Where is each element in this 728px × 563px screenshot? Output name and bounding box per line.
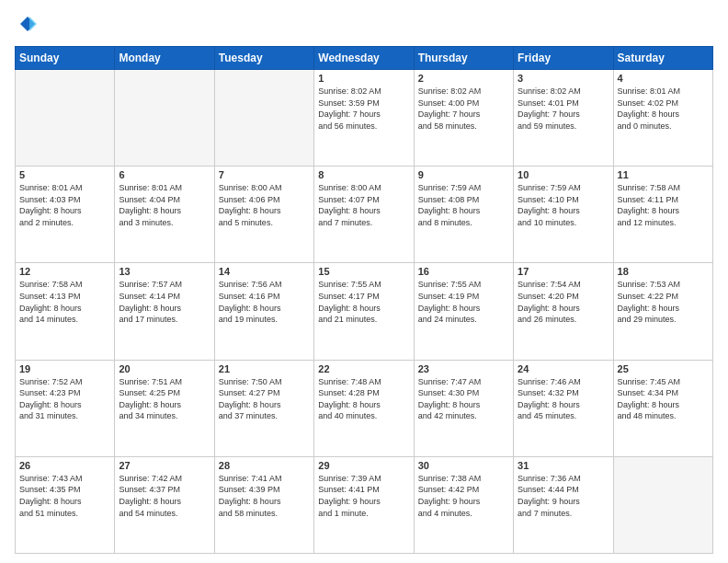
weekday-header: Sunday <box>16 47 115 70</box>
calendar-cell: 14Sunrise: 7:56 AM Sunset: 4:16 PM Dayli… <box>214 263 313 360</box>
day-info: Sunrise: 8:02 AM Sunset: 4:01 PM Dayligh… <box>518 86 609 132</box>
calendar-cell: 3Sunrise: 8:02 AM Sunset: 4:01 PM Daylig… <box>514 70 613 167</box>
day-info: Sunrise: 8:01 AM Sunset: 4:02 PM Dayligh… <box>618 86 709 132</box>
calendar-cell <box>214 70 313 167</box>
calendar-cell: 29Sunrise: 7:39 AM Sunset: 4:41 PM Dayli… <box>314 456 414 553</box>
day-info: Sunrise: 7:53 AM Sunset: 4:22 PM Dayligh… <box>618 279 709 325</box>
day-number: 11 <box>618 169 709 180</box>
calendar-cell: 9Sunrise: 7:59 AM Sunset: 4:08 PM Daylig… <box>414 167 513 263</box>
logo-icon <box>17 15 37 35</box>
calendar-week-row: 26Sunrise: 7:43 AM Sunset: 4:35 PM Dayli… <box>16 456 713 553</box>
day-number: 27 <box>119 460 210 471</box>
day-number: 10 <box>518 169 609 180</box>
calendar-cell: 10Sunrise: 7:59 AM Sunset: 4:10 PM Dayli… <box>514 167 613 263</box>
day-info: Sunrise: 7:55 AM Sunset: 4:19 PM Dayligh… <box>418 279 509 325</box>
day-info: Sunrise: 8:00 AM Sunset: 4:07 PM Dayligh… <box>318 182 409 228</box>
day-info: Sunrise: 7:54 AM Sunset: 4:20 PM Dayligh… <box>518 279 609 325</box>
calendar-week-row: 12Sunrise: 7:58 AM Sunset: 4:13 PM Dayli… <box>16 263 713 360</box>
day-number: 19 <box>19 363 110 374</box>
day-number: 4 <box>618 73 709 84</box>
header <box>15 13 713 39</box>
calendar-cell: 28Sunrise: 7:41 AM Sunset: 4:39 PM Dayli… <box>214 456 313 553</box>
calendar-cell: 18Sunrise: 7:53 AM Sunset: 4:22 PM Dayli… <box>613 263 712 360</box>
day-number: 17 <box>518 266 609 277</box>
day-number: 7 <box>219 169 310 180</box>
day-info: Sunrise: 7:48 AM Sunset: 4:28 PM Dayligh… <box>318 376 409 422</box>
calendar-cell: 13Sunrise: 7:57 AM Sunset: 4:14 PM Dayli… <box>115 263 214 360</box>
calendar-cell: 24Sunrise: 7:46 AM Sunset: 4:32 PM Dayli… <box>514 360 613 456</box>
day-info: Sunrise: 7:38 AM Sunset: 4:42 PM Dayligh… <box>418 473 509 519</box>
day-info: Sunrise: 7:36 AM Sunset: 4:44 PM Dayligh… <box>518 473 609 519</box>
day-info: Sunrise: 8:02 AM Sunset: 4:00 PM Dayligh… <box>418 86 509 132</box>
calendar-week-row: 1Sunrise: 8:02 AM Sunset: 3:59 PM Daylig… <box>16 70 713 167</box>
calendar-cell: 21Sunrise: 7:50 AM Sunset: 4:27 PM Dayli… <box>214 360 313 456</box>
calendar-cell: 25Sunrise: 7:45 AM Sunset: 4:34 PM Dayli… <box>613 360 712 456</box>
calendar: SundayMondayTuesdayWednesdayThursdayFrid… <box>15 46 713 554</box>
day-info: Sunrise: 7:41 AM Sunset: 4:39 PM Dayligh… <box>219 473 310 519</box>
calendar-cell: 12Sunrise: 7:58 AM Sunset: 4:13 PM Dayli… <box>16 263 115 360</box>
calendar-cell: 31Sunrise: 7:36 AM Sunset: 4:44 PM Dayli… <box>514 456 613 553</box>
calendar-cell: 6Sunrise: 8:01 AM Sunset: 4:04 PM Daylig… <box>115 167 214 263</box>
calendar-cell: 22Sunrise: 7:48 AM Sunset: 4:28 PM Dayli… <box>314 360 414 456</box>
calendar-cell: 30Sunrise: 7:38 AM Sunset: 4:42 PM Dayli… <box>414 456 513 553</box>
day-info: Sunrise: 7:58 AM Sunset: 4:13 PM Dayligh… <box>19 279 110 325</box>
day-info: Sunrise: 7:59 AM Sunset: 4:08 PM Dayligh… <box>418 182 509 228</box>
weekday-header: Wednesday <box>314 47 414 70</box>
day-info: Sunrise: 7:56 AM Sunset: 4:16 PM Dayligh… <box>219 279 310 325</box>
day-info: Sunrise: 8:02 AM Sunset: 3:59 PM Dayligh… <box>318 86 409 132</box>
calendar-header-row: SundayMondayTuesdayWednesdayThursdayFrid… <box>16 47 713 70</box>
day-number: 26 <box>19 460 110 471</box>
day-number: 31 <box>518 460 609 471</box>
calendar-cell: 11Sunrise: 7:58 AM Sunset: 4:11 PM Dayli… <box>613 167 712 263</box>
page: SundayMondayTuesdayWednesdayThursdayFrid… <box>0 0 728 563</box>
day-info: Sunrise: 7:50 AM Sunset: 4:27 PM Dayligh… <box>219 376 310 422</box>
day-number: 9 <box>418 169 509 180</box>
calendar-cell: 5Sunrise: 8:01 AM Sunset: 4:03 PM Daylig… <box>16 167 115 263</box>
day-info: Sunrise: 8:00 AM Sunset: 4:06 PM Dayligh… <box>219 182 310 228</box>
day-info: Sunrise: 7:43 AM Sunset: 4:35 PM Dayligh… <box>19 473 110 519</box>
day-info: Sunrise: 7:51 AM Sunset: 4:25 PM Dayligh… <box>119 376 210 422</box>
day-info: Sunrise: 7:59 AM Sunset: 4:10 PM Dayligh… <box>518 182 609 228</box>
calendar-cell: 20Sunrise: 7:51 AM Sunset: 4:25 PM Dayli… <box>115 360 214 456</box>
day-info: Sunrise: 7:46 AM Sunset: 4:32 PM Dayligh… <box>518 376 609 422</box>
calendar-cell: 16Sunrise: 7:55 AM Sunset: 4:19 PM Dayli… <box>414 263 513 360</box>
day-number: 8 <box>318 169 409 180</box>
day-number: 3 <box>518 73 609 84</box>
day-number: 29 <box>318 460 409 471</box>
day-number: 18 <box>618 266 709 277</box>
weekday-header: Monday <box>115 47 214 70</box>
calendar-cell: 27Sunrise: 7:42 AM Sunset: 4:37 PM Dayli… <box>115 456 214 553</box>
day-info: Sunrise: 7:55 AM Sunset: 4:17 PM Dayligh… <box>318 279 409 325</box>
day-number: 28 <box>219 460 310 471</box>
calendar-week-row: 5Sunrise: 8:01 AM Sunset: 4:03 PM Daylig… <box>16 167 713 263</box>
calendar-cell: 8Sunrise: 8:00 AM Sunset: 4:07 PM Daylig… <box>314 167 414 263</box>
calendar-cell: 1Sunrise: 8:02 AM Sunset: 3:59 PM Daylig… <box>314 70 414 167</box>
calendar-cell: 23Sunrise: 7:47 AM Sunset: 4:30 PM Dayli… <box>414 360 513 456</box>
day-number: 30 <box>418 460 509 471</box>
weekday-header: Tuesday <box>214 47 313 70</box>
day-number: 6 <box>119 169 210 180</box>
day-number: 14 <box>219 266 310 277</box>
day-number: 5 <box>19 169 110 180</box>
day-info: Sunrise: 7:57 AM Sunset: 4:14 PM Dayligh… <box>119 279 210 325</box>
day-info: Sunrise: 7:58 AM Sunset: 4:11 PM Dayligh… <box>618 182 709 228</box>
day-number: 25 <box>618 363 709 374</box>
day-number: 24 <box>518 363 609 374</box>
day-number: 23 <box>418 363 509 374</box>
calendar-cell: 4Sunrise: 8:01 AM Sunset: 4:02 PM Daylig… <box>613 70 712 167</box>
day-number: 16 <box>418 266 509 277</box>
calendar-cell <box>16 70 115 167</box>
day-number: 20 <box>119 363 210 374</box>
calendar-cell <box>613 456 712 553</box>
calendar-cell <box>115 70 214 167</box>
day-number: 12 <box>19 266 110 277</box>
day-info: Sunrise: 7:42 AM Sunset: 4:37 PM Dayligh… <box>119 473 210 519</box>
calendar-cell: 7Sunrise: 8:00 AM Sunset: 4:06 PM Daylig… <box>214 167 313 263</box>
calendar-cell: 26Sunrise: 7:43 AM Sunset: 4:35 PM Dayli… <box>16 456 115 553</box>
calendar-cell: 17Sunrise: 7:54 AM Sunset: 4:20 PM Dayli… <box>514 263 613 360</box>
day-info: Sunrise: 7:45 AM Sunset: 4:34 PM Dayligh… <box>618 376 709 422</box>
day-number: 13 <box>119 266 210 277</box>
weekday-header: Saturday <box>613 47 712 70</box>
day-info: Sunrise: 7:39 AM Sunset: 4:41 PM Dayligh… <box>318 473 409 519</box>
day-number: 2 <box>418 73 509 84</box>
